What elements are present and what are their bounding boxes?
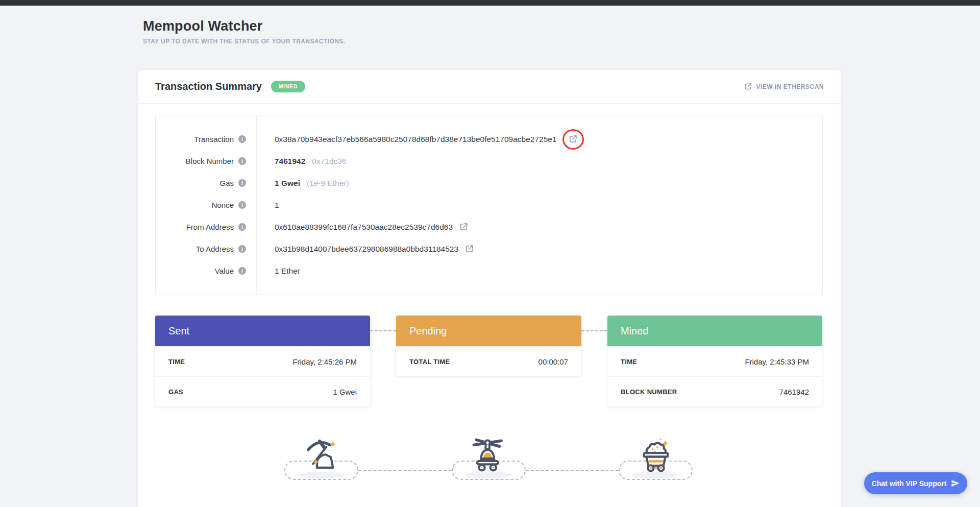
pending-icon-group	[452, 435, 526, 484]
info-icon[interactable]: i	[238, 179, 246, 187]
block-number-label: Block Number	[186, 157, 234, 165]
to-address-label: To Address	[196, 245, 234, 253]
detail-row-block-number: Block Number i 7461942 0x71dc36	[156, 150, 822, 172]
sent-time-row: TIME Friday, 2:45:26 PM	[155, 346, 370, 376]
transaction-details-panel: Transaction i 0x38a70b943eacf37eb566a598…	[155, 115, 823, 295]
detail-row-transaction: Transaction i 0x38a70b943eacf37eb566a598…	[156, 128, 822, 150]
block-number-hex: 0x71dc36	[312, 157, 346, 166]
sent-stage-header: Sent	[155, 316, 370, 346]
pending-stage-header: Pending	[396, 316, 581, 346]
nonce-label: Nonce	[212, 201, 234, 209]
mined-time-value: Friday, 2:45:33 PM	[745, 357, 809, 366]
pending-total-time-value: 00:00:07	[538, 357, 568, 366]
detail-row-nonce: Nonce i 1	[156, 194, 822, 216]
pending-total-time-row: TOTAL TIME 00:00:07	[396, 346, 581, 376]
top-bar	[0, 0, 980, 6]
from-address-value: 0x610ae88399fc1687fa7530aac28ec2539c7d6d…	[275, 223, 453, 232]
stage-card-mined: Mined TIME Friday, 2:45:33 PM BLOCK NUMB…	[607, 316, 822, 406]
info-icon[interactable]: i	[238, 223, 246, 231]
card-header: Transaction Summary MINED VIEW IN ETHERS…	[138, 70, 841, 104]
transaction-stages: Sent TIME Friday, 2:45:26 PM GAS 1 Gwei …	[155, 316, 823, 406]
nonce-value: 1	[275, 201, 279, 210]
stage-card-sent: Sent TIME Friday, 2:45:26 PM GAS 1 Gwei	[155, 316, 370, 406]
page-header: Mempool Watcher STAY UP TO DATE WITH THE…	[143, 18, 345, 45]
to-address-value: 0x31b98d14007bdee637298086988a0bbd311845…	[275, 245, 458, 254]
mined-time-row: TIME Friday, 2:45:33 PM	[607, 346, 822, 376]
view-in-etherscan-link[interactable]: VIEW IN ETHERSCAN	[744, 83, 824, 90]
gas-value: 1 Gwei	[275, 179, 300, 188]
pending-total-time-label: TOTAL TIME	[409, 358, 450, 366]
stage-connector	[581, 330, 607, 331]
sent-gas-value: 1 Gwei	[333, 388, 357, 396]
gas-label: Gas	[219, 179, 234, 187]
icon-connector	[526, 470, 619, 471]
sent-time-value: Friday, 2:45:26 PM	[292, 357, 357, 366]
gas-ether-equivalent: (1e-9 Ether)	[307, 179, 349, 188]
mined-block-number-value: 7461942	[779, 388, 809, 396]
sent-gas-label: GAS	[168, 388, 183, 396]
to-address-external-link-icon[interactable]	[465, 245, 474, 253]
info-icon[interactable]: i	[238, 201, 246, 209]
page-title: Mempool Watcher	[143, 18, 345, 34]
mined-block-number-label: BLOCK NUMBER	[621, 388, 677, 396]
mined-time-label: TIME	[621, 358, 637, 366]
external-link-icon	[744, 83, 752, 90]
pickaxe-icon	[303, 435, 340, 474]
chat-vip-support-button[interactable]: Chat with VIP Support	[864, 472, 967, 494]
sent-time-label: TIME	[168, 358, 185, 366]
mined-stage-header: Mined	[607, 316, 822, 346]
info-icon[interactable]: i	[238, 157, 246, 165]
stage-connector	[370, 330, 396, 331]
sent-icon-group	[284, 435, 358, 484]
from-address-label: From Address	[186, 223, 234, 231]
etherscan-link-label: VIEW IN ETHERSCAN	[756, 83, 824, 90]
info-icon[interactable]: i	[238, 245, 246, 253]
sent-gas-row: GAS 1 Gwei	[155, 376, 370, 406]
mine-cart-icon	[637, 435, 675, 474]
helicopter-bell-icon	[470, 435, 508, 474]
info-icon[interactable]: i	[238, 135, 246, 143]
detail-row-from-address: From Address i 0x610ae88399fc1687fa7530a…	[156, 216, 822, 238]
status-badge: MINED	[271, 81, 305, 92]
detail-row-value: Value i 1 Ether	[156, 260, 822, 282]
paper-plane-icon	[951, 479, 960, 488]
summary-title: Transaction Summary	[155, 81, 262, 92]
mined-icon-group	[619, 435, 693, 484]
mined-block-number-row: BLOCK NUMBER 7461942	[607, 376, 822, 406]
stage-icons-row	[138, 435, 841, 496]
block-number-value: 7461942	[275, 157, 305, 166]
detail-row-gas: Gas i 1 Gwei (1e-9 Ether)	[156, 172, 822, 194]
value-label: Value	[215, 267, 234, 275]
detail-row-to-address: To Address i 0x31b98d14007bdee6372980869…	[156, 238, 822, 260]
transaction-hash: 0x38a70b943eacf37eb566a5980c25078d68fb7d…	[275, 135, 557, 144]
transaction-external-link-icon[interactable]	[569, 135, 577, 143]
details-divider	[256, 115, 257, 295]
transaction-summary-card: Transaction Summary MINED VIEW IN ETHERS…	[138, 70, 841, 507]
red-circle-annotation	[562, 129, 584, 150]
from-address-external-link-icon[interactable]	[459, 223, 468, 231]
icon-connector	[358, 470, 452, 471]
transaction-label: Transaction	[194, 135, 234, 143]
chat-button-label: Chat with VIP Support	[872, 479, 947, 488]
value-value: 1 Ether	[275, 267, 300, 276]
page-subtitle: STAY UP TO DATE WITH THE STATUS OF YOUR …	[143, 38, 345, 45]
stage-card-pending: Pending TOTAL TIME 00:00:07	[396, 316, 581, 376]
info-icon[interactable]: i	[238, 267, 246, 275]
